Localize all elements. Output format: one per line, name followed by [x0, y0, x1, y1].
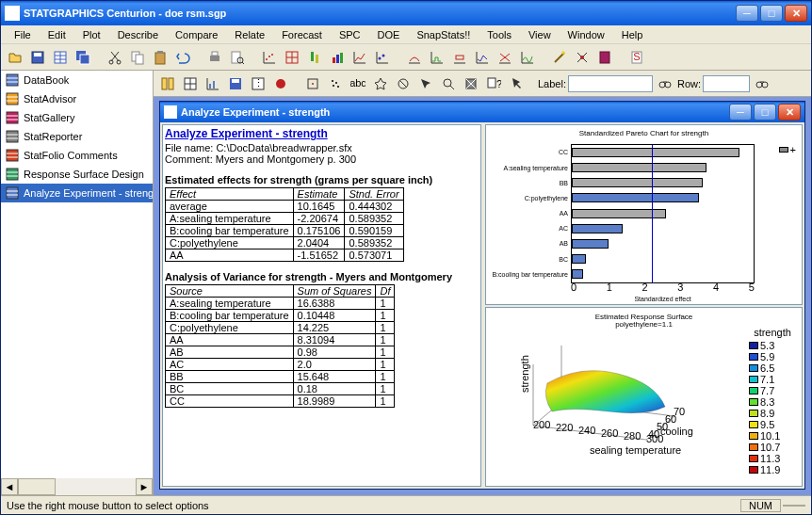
- menu-doe[interactable]: DOE: [370, 27, 408, 42]
- explode-icon[interactable]: [461, 73, 481, 94]
- summary-pane[interactable]: Analyze Experiment - strength File name:…: [162, 124, 481, 487]
- menu-view[interactable]: View: [521, 27, 559, 42]
- table-header: Stnd. Error: [345, 188, 403, 201]
- child-maximize-button[interactable]: □: [754, 104, 776, 121]
- menu-describe[interactable]: Describe: [110, 27, 166, 42]
- cut-icon[interactable]: [105, 47, 125, 68]
- menu-window[interactable]: Window: [560, 27, 612, 42]
- minimize-button[interactable]: ─: [736, 5, 758, 22]
- datatable-icon[interactable]: [50, 47, 71, 68]
- menu-spc[interactable]: SPC: [332, 27, 368, 42]
- open-icon[interactable]: [5, 47, 25, 68]
- maximize-button[interactable]: □: [760, 5, 783, 22]
- find-label-icon[interactable]: [655, 73, 675, 94]
- table-row: AB0.981: [166, 346, 395, 359]
- svg-line-80: [450, 86, 454, 89]
- sidebar-item-statgallery[interactable]: StatGallery: [1, 108, 153, 127]
- jitter-icon[interactable]: [325, 73, 346, 94]
- pareto-bar-label: BC: [487, 256, 572, 263]
- copy-icon[interactable]: [127, 47, 148, 68]
- status-num: NUM: [740, 499, 781, 512]
- scroll-thumb[interactable]: [18, 478, 56, 495]
- menu-relate[interactable]: Relate: [227, 27, 272, 42]
- record-icon[interactable]: [270, 73, 291, 94]
- row-input[interactable]: [703, 75, 750, 92]
- find-row-icon[interactable]: [752, 73, 772, 94]
- svg-rect-7: [80, 55, 89, 64]
- sidebar-item-analyze-experiment-strength[interactable]: Analyze Experiment - strength: [1, 184, 153, 202]
- label-input[interactable]: [568, 75, 653, 92]
- chart-c-icon[interactable]: [372, 47, 393, 68]
- help-book-icon[interactable]: [594, 47, 615, 68]
- preview-icon[interactable]: [227, 47, 248, 68]
- effects-title: Estimated effects for strength (grams pe…: [165, 174, 479, 185]
- panes-icon[interactable]: [157, 73, 178, 94]
- table-header: Source: [166, 285, 294, 298]
- chart-b-icon[interactable]: [349, 47, 370, 68]
- svg-point-75: [337, 86, 339, 88]
- pareto-bar-label: CC: [487, 149, 572, 155]
- script-icon[interactable]: S: [626, 47, 647, 68]
- pareto-xlabel: Standardized effect: [571, 296, 755, 302]
- menu-help[interactable]: Help: [614, 27, 651, 42]
- chart-e-icon[interactable]: [427, 47, 447, 68]
- zoom-icon[interactable]: [438, 73, 459, 94]
- svg-line-78: [399, 80, 407, 88]
- spc-icon[interactable]: [572, 47, 593, 68]
- save-icon[interactable]: [27, 47, 48, 68]
- sidebar-scrollbar[interactable]: ◄ ►: [1, 478, 153, 495]
- print-icon[interactable]: [204, 47, 225, 68]
- brush-a-icon[interactable]: [302, 73, 323, 94]
- sidebar-item-statreporter[interactable]: StatReporter: [1, 127, 153, 146]
- pointer-icon[interactable]: [506, 73, 527, 94]
- chart-i-icon[interactable]: [517, 47, 538, 68]
- menu-file[interactable]: File: [7, 27, 39, 42]
- matrix-icon[interactable]: [282, 47, 302, 68]
- sidebar-item-databook[interactable]: DataBook: [1, 71, 153, 89]
- scroll-left-icon[interactable]: ◄: [1, 478, 18, 495]
- menu-compare[interactable]: Compare: [168, 27, 225, 42]
- scatter-icon[interactable]: [259, 47, 280, 68]
- identify-icon[interactable]: [415, 73, 436, 94]
- abc-label-icon[interactable]: abc: [348, 73, 368, 94]
- menu-snapstats[interactable]: SnapStats!!: [409, 27, 478, 42]
- child-minimize-button[interactable]: ─: [729, 104, 752, 121]
- menu-forecast[interactable]: Forecast: [274, 27, 330, 42]
- child-close-button[interactable]: ✕: [778, 104, 801, 121]
- svg-rect-34: [600, 52, 609, 63]
- sidebar-item-response-surface-design[interactable]: Response Surface Design: [1, 165, 153, 184]
- svg-rect-29: [340, 53, 343, 63]
- pareto-chart[interactable]: Standardized Pareto Chart for strength+C…: [485, 124, 803, 305]
- svg-rect-40: [7, 93, 18, 105]
- surface-chart[interactable]: Estimated Response Surfacepolyethylene=1…: [485, 307, 803, 488]
- chart-g-icon[interactable]: [472, 47, 493, 68]
- paste-icon[interactable]: [150, 47, 171, 68]
- save-all-icon[interactable]: [73, 47, 93, 68]
- help-context-icon[interactable]: ?: [483, 73, 504, 94]
- sidebar-item-statfolio-comments[interactable]: StatFolio Comments: [1, 146, 153, 165]
- tables-icon[interactable]: [180, 73, 201, 94]
- highlight-icon[interactable]: [370, 73, 391, 94]
- exclude-icon[interactable]: [393, 73, 414, 94]
- chart-h-icon[interactable]: [495, 47, 515, 68]
- menu-edit[interactable]: Edit: [41, 27, 73, 42]
- graphs-icon[interactable]: [203, 73, 223, 94]
- svg-text:⋮: ⋮: [253, 77, 264, 89]
- table-row: A:sealing temperature-2.206740.589352: [166, 213, 404, 225]
- scroll-right-icon[interactable]: ►: [136, 478, 153, 495]
- undo-icon[interactable]: [172, 47, 193, 68]
- menu-plot[interactable]: Plot: [75, 27, 108, 42]
- menu-tools[interactable]: Tools: [479, 27, 519, 42]
- chart-d-icon[interactable]: [404, 47, 425, 68]
- close-button[interactable]: ✕: [785, 5, 807, 22]
- boxwhisker-icon[interactable]: [304, 47, 325, 68]
- options-icon[interactable]: ⋮: [248, 73, 268, 94]
- wizard-icon[interactable]: [549, 47, 570, 68]
- table-row: BC0.181: [166, 383, 395, 395]
- chart-f-icon[interactable]: [449, 47, 470, 68]
- pareto-bar-label: A:sealing temperature: [487, 165, 572, 171]
- table-row: B:cooling bar temperature0.1751060.59015…: [166, 225, 404, 237]
- sidebar-item-statadvisor[interactable]: StatAdvisor: [1, 89, 153, 108]
- chart-a-icon[interactable]: [327, 47, 348, 68]
- save-results-icon[interactable]: [225, 73, 246, 94]
